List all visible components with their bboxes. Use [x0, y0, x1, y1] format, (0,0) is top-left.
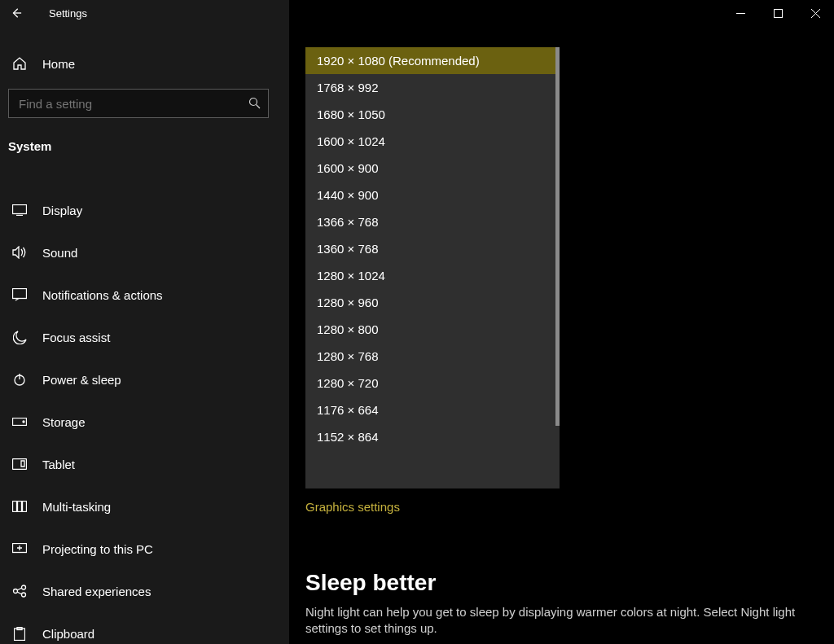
search-input[interactable] — [19, 97, 248, 111]
tablet-icon — [11, 456, 28, 472]
resolution-option[interactable]: 1366 × 768 — [305, 208, 555, 235]
resolution-option[interactable]: 1280 × 960 — [305, 289, 555, 316]
dropdown-scrollbar[interactable] — [555, 47, 560, 488]
sidebar-item-projecting[interactable]: Projecting to this PC — [0, 528, 289, 570]
sidebar-nav: Display Sound Notifications & actions Fo… — [0, 189, 289, 644]
sidebar-item-label: Shared experiences — [42, 585, 151, 598]
resolution-option[interactable]: 1600 × 900 — [305, 155, 555, 182]
search-input-wrap[interactable] — [8, 89, 269, 118]
sidebar-item-label: Storage — [42, 415, 86, 429]
svg-rect-3 — [13, 289, 27, 299]
sleep-better-text: Night light can help you get to sleep by… — [305, 604, 810, 637]
resolution-dropdown[interactable]: 1920 × 1080 (Recommended)1768 × 9921680 … — [305, 47, 560, 488]
resolution-option[interactable]: 1360 × 768 — [305, 235, 555, 262]
sidebar-item-power-sleep[interactable]: Power & sleep — [0, 358, 289, 401]
display-icon — [11, 202, 28, 218]
svg-rect-9 — [18, 502, 22, 512]
notifications-icon — [11, 287, 28, 303]
resolution-option[interactable]: 1768 × 992 — [305, 74, 555, 101]
back-button[interactable] — [0, 0, 33, 26]
svg-point-1 — [250, 99, 257, 106]
svg-point-14 — [22, 593, 26, 597]
sidebar-item-label: Notifications & actions — [42, 288, 163, 302]
graphics-settings-link[interactable]: Graphics settings — [305, 500, 400, 514]
clipboard-icon — [11, 625, 28, 642]
sidebar-item-label: Multi-tasking — [42, 500, 111, 514]
back-arrow-icon — [11, 7, 22, 19]
sidebar-item-label: Tablet — [42, 458, 75, 471]
sidebar-item-display[interactable]: Display — [0, 189, 289, 231]
sidebar-item-multitasking[interactable]: Multi-tasking — [0, 485, 289, 528]
sidebar-item-label: Clipboard — [42, 627, 94, 641]
multitasking-icon — [11, 498, 28, 515]
sidebar: Home System Display Sound Notifi — [0, 0, 289, 644]
resolution-option[interactable]: 1176 × 664 — [305, 396, 555, 423]
sidebar-item-label: Power & sleep — [42, 373, 121, 387]
sidebar-group-label: System — [0, 123, 289, 160]
window-title: Settings — [33, 7, 87, 20]
resolution-option[interactable]: 1920 × 1080 (Recommended) — [305, 47, 555, 74]
svg-rect-10 — [23, 502, 27, 512]
svg-point-12 — [14, 589, 18, 594]
sidebar-home[interactable]: Home — [0, 45, 289, 82]
settings-window: Settings Home System — [0, 0, 834, 644]
sidebar-item-notifications[interactable]: Notifications & actions — [0, 274, 289, 316]
sidebar-item-shared-experiences[interactable]: Shared experiences — [0, 570, 289, 612]
shared-icon — [11, 583, 28, 599]
sidebar-item-label: Display — [42, 204, 82, 217]
sidebar-item-label: Projecting to this PC — [42, 542, 153, 556]
resolution-option[interactable]: 1600 × 1024 — [305, 128, 555, 155]
svg-rect-2 — [13, 205, 27, 214]
sidebar-item-sound[interactable]: Sound — [0, 231, 289, 274]
svg-rect-15 — [15, 629, 25, 641]
sound-icon — [11, 244, 28, 261]
resolution-option[interactable]: 1440 × 900 — [305, 182, 555, 208]
sidebar-item-focus-assist[interactable]: Focus assist — [0, 316, 289, 358]
resolution-option[interactable]: 1152 × 864 — [305, 423, 555, 450]
sidebar-item-clipboard[interactable]: Clipboard — [0, 612, 289, 644]
projecting-icon — [11, 541, 28, 557]
sleep-better-heading: Sleep better — [305, 570, 436, 596]
sidebar-item-storage[interactable]: Storage — [0, 401, 289, 443]
focus-assist-icon — [11, 329, 28, 345]
sidebar-item-label: Focus assist — [42, 331, 110, 344]
resolution-option[interactable]: 1280 × 800 — [305, 316, 555, 343]
svg-rect-8 — [13, 502, 17, 512]
resolution-dropdown-list[interactable]: 1920 × 1080 (Recommended)1768 × 9921680 … — [305, 47, 555, 488]
resolution-option[interactable]: 1280 × 720 — [305, 370, 555, 396]
resolution-option[interactable]: 1280 × 768 — [305, 343, 555, 370]
home-icon — [11, 56, 28, 71]
sidebar-item-tablet[interactable]: Tablet — [0, 443, 289, 485]
svg-point-6 — [23, 421, 24, 423]
power-icon — [11, 371, 28, 388]
svg-point-13 — [22, 585, 26, 589]
resolution-option[interactable]: 1280 × 1024 — [305, 262, 555, 289]
dropdown-scrollbar-thumb[interactable] — [555, 47, 560, 426]
sidebar-item-label: Sound — [42, 246, 77, 260]
sidebar-home-label: Home — [42, 57, 75, 71]
search-icon — [248, 97, 261, 110]
storage-icon — [11, 414, 28, 430]
resolution-option[interactable]: 1680 × 1050 — [305, 101, 555, 128]
